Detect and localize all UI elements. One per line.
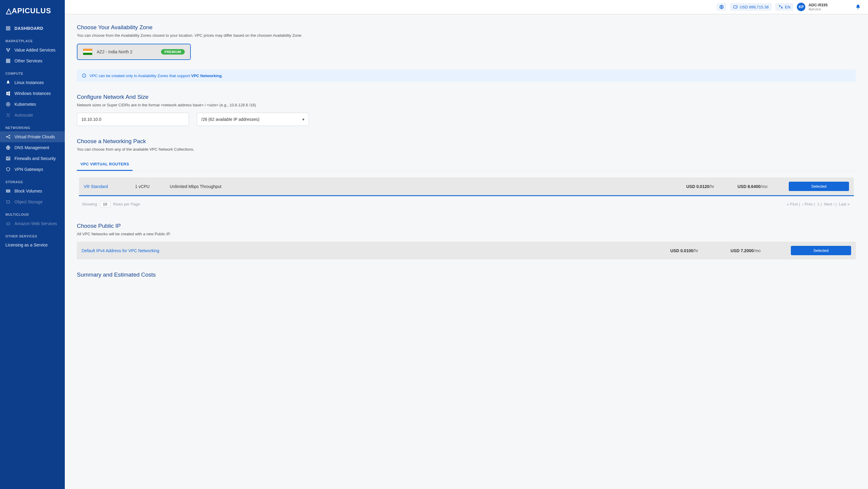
sidebar: △APICULUS DASHBOARD MARKETPLACE Value Ad… <box>0 0 65 489</box>
pager-next[interactable]: Next › <box>824 202 835 206</box>
pack-price-hr-val: USD 0.0120 <box>686 184 709 189</box>
pack-price-mo: USD 8.6400/mo <box>738 184 783 189</box>
pager-last[interactable]: Last » <box>839 202 849 206</box>
balance-text: USD 999,715.38 <box>740 5 769 9</box>
windows-icon <box>5 91 11 96</box>
pager-rows-label: Rows per Page <box>113 202 140 206</box>
kubernetes-icon <box>5 101 11 107</box>
svg-rect-14 <box>6 157 10 160</box>
sidebar-item-label: Virtual Private Clouds <box>14 134 55 139</box>
sidebar-item-vas[interactable]: Value Added Services <box>0 44 65 56</box>
ip-selected-button[interactable]: Selected <box>791 246 851 255</box>
svg-point-5 <box>9 48 10 50</box>
sidebar-item-k8s[interactable]: Kubernetes <box>0 99 65 110</box>
svg-rect-16 <box>6 191 10 192</box>
pager-showing: Showing <box>82 202 97 206</box>
sidebar-section-compute: COMPUTE <box>0 66 65 77</box>
public-ip-row[interactable]: Default IPv4 Address for VPC Networking … <box>77 242 856 259</box>
sidebar-item-autoscale[interactable]: Autoscale <box>0 110 65 121</box>
disk-icon <box>5 188 11 194</box>
brand: △APICULUS <box>0 0 65 23</box>
pack-name: VR Standard <box>84 184 129 189</box>
pager-first[interactable]: « First <box>787 202 798 206</box>
sidebar-item-label: DASHBOARD <box>14 26 43 31</box>
sidebar-section-networking: NETWORKING <box>0 121 65 131</box>
tab-vpc-virtual-routers[interactable]: VPC VIRTUAL ROUTERS <box>77 159 133 171</box>
balance-chip[interactable]: USD 999,715.38 <box>730 3 772 11</box>
pack-selected-button[interactable]: Selected <box>789 182 849 191</box>
svg-point-12 <box>9 138 10 139</box>
info-icon <box>82 73 87 78</box>
sidebar-item-fw[interactable]: Firewalls and Security <box>0 153 65 164</box>
svg-point-8 <box>7 104 9 105</box>
pager-prev[interactable]: ‹ Prev <box>802 202 813 206</box>
sidebar-item-windows[interactable]: Windows Instances <box>0 88 65 99</box>
sidebar-item-licensing[interactable]: Licensing as a Service <box>0 240 65 250</box>
info-suffix: . <box>221 73 223 78</box>
pager-page: 1 <box>817 202 819 206</box>
language-text: EN <box>785 5 790 9</box>
pack-pager: Showing 10 Rows per Page « First| ‹ Prev… <box>79 196 854 208</box>
sidebar-item-linux[interactable]: Linux Instances <box>0 77 65 88</box>
sidebar-item-vpn[interactable]: VPN Gateways <box>0 164 65 175</box>
user-menu[interactable]: KP ADC-R335 Apiculus <box>797 3 828 11</box>
subnet-size-select[interactable]: /26 (62 available IP addresses) ▾ <box>197 113 309 126</box>
sidebar-item-vpc[interactable]: Virtual Private Clouds <box>0 131 65 142</box>
pack-price-mo-val: USD 8.6400 <box>738 184 761 189</box>
sidebar-item-label: Linux Instances <box>14 80 44 85</box>
svg-rect-15 <box>6 190 10 191</box>
pack-cpu: 1 vCPU <box>135 184 164 189</box>
cidr-input-wrapper <box>77 113 189 126</box>
pack-row[interactable]: VR Standard 1 vCPU Unlimited Mbps Throug… <box>79 177 854 196</box>
sidebar-item-label: Amazon Web Services <box>14 221 57 226</box>
sidebar-item-dns[interactable]: DNS Management <box>0 142 65 153</box>
sidebar-item-label: Licensing as a Service <box>5 242 48 247</box>
shield-icon <box>5 167 11 172</box>
az-title: Choose Your Availability Zone <box>77 24 856 31</box>
svg-rect-2 <box>6 29 8 30</box>
user-text: ADC-R335 Apiculus <box>808 3 828 11</box>
info-text: VPC can be created only in Availability … <box>90 73 223 78</box>
cidr-input[interactable] <box>82 117 184 122</box>
dashboard-icon <box>5 26 11 31</box>
svg-rect-17 <box>7 201 10 203</box>
sidebar-item-aws[interactable]: Amazon Web Services <box>0 218 65 229</box>
wallet-icon <box>733 4 738 9</box>
india-flag-icon <box>83 48 93 55</box>
sidebar-item-obj[interactable]: Object Storage <box>0 196 65 207</box>
pager-right: « First| ‹ Prev| 1| Next ›| Last » <box>786 202 851 206</box>
avatar: KP <box>797 3 805 11</box>
az-subtitle: You can choose from the Availability Zon… <box>77 33 856 38</box>
chevron-down-icon: ▾ <box>302 117 304 122</box>
pack-price-mo-unit: /mo <box>761 184 767 189</box>
sidebar-item-other[interactable]: Other Services <box>0 56 65 66</box>
sidebar-item-label: Block Volumes <box>14 189 42 193</box>
ip-price-hr-unit: /hr <box>693 248 698 253</box>
translate-icon <box>778 4 783 9</box>
ip-price-mo: USD 7.2000/mo <box>731 248 785 253</box>
sidebar-item-label: Value Added Services <box>14 47 56 53</box>
language-chip[interactable]: EN <box>775 3 793 11</box>
sidebar-item-label: Windows Instances <box>14 91 51 96</box>
sidebar-item-label: Firewalls and Security <box>14 156 56 161</box>
sidebar-item-dashboard[interactable]: DASHBOARD <box>0 23 65 34</box>
user-org: Apiculus <box>808 7 828 11</box>
notifications-button[interactable] <box>855 4 861 10</box>
premium-badge: PREMIUM <box>161 49 185 55</box>
svg-point-4 <box>7 48 7 50</box>
pack-tabs: VPC VIRTUAL ROUTERS <box>77 159 856 171</box>
region-button[interactable] <box>717 3 726 11</box>
rows-per-page-select[interactable]: 10 <box>100 201 110 207</box>
grid-icon <box>5 58 11 64</box>
aws-icon <box>5 221 11 226</box>
az-card[interactable]: AZ2 - India North 2 PREMIUM <box>77 44 191 60</box>
brand-logo: △APICULUS <box>6 7 51 15</box>
ip-price-hr: USD 0.0100/hr <box>670 248 724 253</box>
globe-icon <box>5 145 11 150</box>
avatar-initials: KP <box>799 5 804 9</box>
rows-value: 10 <box>103 202 107 206</box>
sidebar-item-block[interactable]: Block Volumes <box>0 186 65 196</box>
svg-rect-3 <box>8 29 10 30</box>
firewall-icon <box>5 156 11 161</box>
ip-price-mo-val: USD 7.2000 <box>731 248 753 253</box>
